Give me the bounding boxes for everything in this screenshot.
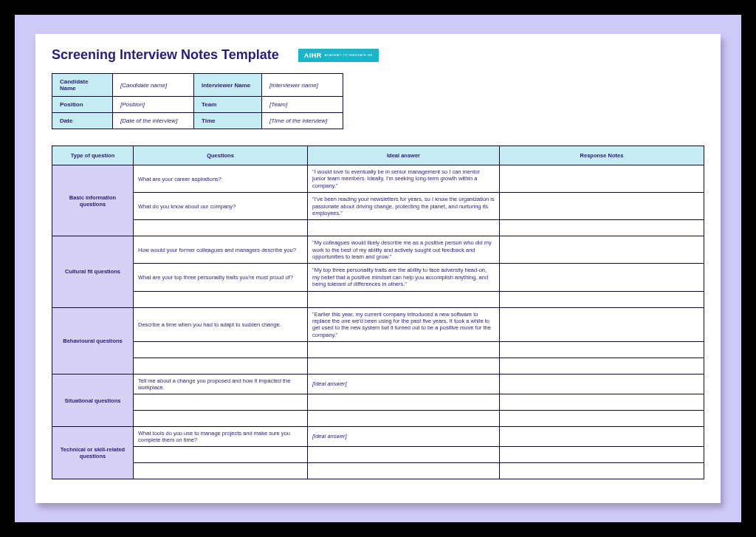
notes-cell xyxy=(500,236,704,264)
notes-cell xyxy=(500,220,704,236)
col-ideal: Ideal answer xyxy=(308,146,500,165)
question-cell xyxy=(134,394,308,411)
question-cell: Describe a time when you had to adapt to… xyxy=(134,307,308,342)
table-row xyxy=(52,358,704,374)
table-row: What do you know about our company? "I'v… xyxy=(52,193,704,220)
table-row xyxy=(52,291,704,307)
answer-cell: "I would love to eventually be in senior… xyxy=(308,165,500,193)
table-row: Behavioural questions Describe a time wh… xyxy=(52,307,704,342)
table-row: Cultural fit questions How would your fo… xyxy=(52,236,704,264)
notes-cell xyxy=(500,307,704,342)
section-cultural: Cultural fit questions xyxy=(52,236,134,307)
time-value: [Time of the interview] xyxy=(262,113,343,129)
table-row: Situational questions Tell me about a ch… xyxy=(52,374,704,394)
table-row: Technical or skill-related questions Wha… xyxy=(52,427,704,447)
question-cell xyxy=(134,291,308,307)
notes-cell xyxy=(500,394,704,411)
table-row: Basic information questions What are you… xyxy=(52,165,704,193)
page-frame: Screening Interview Notes Template AIHR … xyxy=(15,15,741,522)
team-value: [Team] xyxy=(262,97,343,113)
position-value: [Position] xyxy=(113,97,194,113)
table-header-row: Type of question Questions Ideal answer … xyxy=(52,146,704,165)
section-basic: Basic information questions xyxy=(52,165,134,236)
question-cell: What are your top three personality trai… xyxy=(134,264,308,291)
answer-cell xyxy=(308,411,500,427)
info-table: Candidate Name [Candidate name] Intervie… xyxy=(52,73,343,129)
section-behavioural: Behavioural questions xyxy=(52,307,134,374)
section-situational: Situational questions xyxy=(52,374,134,427)
answer-cell: "Earlier this year, my current company i… xyxy=(308,307,500,342)
notes-cell xyxy=(500,291,704,307)
badge-text: AIHR xyxy=(304,52,322,59)
question-cell: What are your career aspirations? xyxy=(134,165,308,193)
question-cell: What tools do you use to manage projects… xyxy=(134,427,308,447)
notes-cell xyxy=(500,165,704,193)
notes-cell xyxy=(500,193,704,220)
team-label: Team xyxy=(194,97,262,113)
question-cell xyxy=(134,463,308,479)
time-label: Time xyxy=(194,113,262,129)
interviewer-label: Interviewer Name xyxy=(194,74,262,97)
question-cell xyxy=(134,342,308,358)
badge-subtext: ACADEMY TO INNOVATE HR xyxy=(325,54,373,57)
notes-cell xyxy=(500,411,704,427)
candidate-label: Candidate Name xyxy=(52,74,113,97)
answer-cell: [Ideal answer] xyxy=(308,427,500,447)
section-technical: Technical or skill-related questions xyxy=(52,427,134,479)
questions-table: Type of question Questions Ideal answer … xyxy=(52,146,704,479)
document-page: Screening Interview Notes Template AIHR … xyxy=(35,34,721,503)
notes-cell xyxy=(500,374,704,394)
table-row xyxy=(52,394,704,411)
answer-cell: "My colleagues would likely describe me … xyxy=(308,236,500,264)
notes-cell xyxy=(500,427,704,447)
question-cell xyxy=(134,220,308,236)
notes-cell xyxy=(500,342,704,358)
table-row xyxy=(52,447,704,463)
question-cell xyxy=(134,358,308,374)
question-cell xyxy=(134,411,308,427)
col-notes: Response Notes xyxy=(500,146,704,165)
answer-cell xyxy=(308,447,500,463)
answer-cell xyxy=(308,394,500,411)
notes-cell xyxy=(500,447,704,463)
notes-cell xyxy=(500,463,704,479)
table-row xyxy=(52,463,704,479)
answer-cell xyxy=(308,358,500,374)
notes-cell xyxy=(500,358,704,374)
answer-cell xyxy=(308,291,500,307)
question-cell: What do you know about our company? xyxy=(134,193,308,220)
col-questions: Questions xyxy=(134,146,308,165)
answer-cell: "My top three personality traits are the… xyxy=(308,264,500,291)
question-cell: Tell me about a change you proposed and … xyxy=(134,374,308,394)
header: Screening Interview Notes Template AIHR … xyxy=(52,47,704,63)
position-label: Position xyxy=(52,97,113,113)
answer-cell: "I've been reading your newsletters for … xyxy=(308,193,500,220)
question-cell xyxy=(134,447,308,463)
notes-cell xyxy=(500,264,704,291)
page-title: Screening Interview Notes Template xyxy=(52,47,279,63)
answer-cell xyxy=(308,342,500,358)
col-type: Type of question xyxy=(52,146,134,165)
date-value: [Date of the interview] xyxy=(113,113,194,129)
answer-cell xyxy=(308,463,500,479)
table-row xyxy=(52,411,704,427)
aihr-badge: AIHR ACADEMY TO INNOVATE HR xyxy=(298,49,379,62)
table-row xyxy=(52,342,704,358)
table-row: What are your top three personality trai… xyxy=(52,264,704,291)
answer-cell xyxy=(308,220,500,236)
answer-cell: [Ideal answer] xyxy=(308,374,500,394)
table-row xyxy=(52,220,704,236)
question-cell: How would your former colleagues and man… xyxy=(134,236,308,264)
candidate-value: [Candidate name] xyxy=(113,74,194,97)
date-label: Date xyxy=(52,113,113,129)
interviewer-value: [Interviewer name] xyxy=(262,74,343,97)
